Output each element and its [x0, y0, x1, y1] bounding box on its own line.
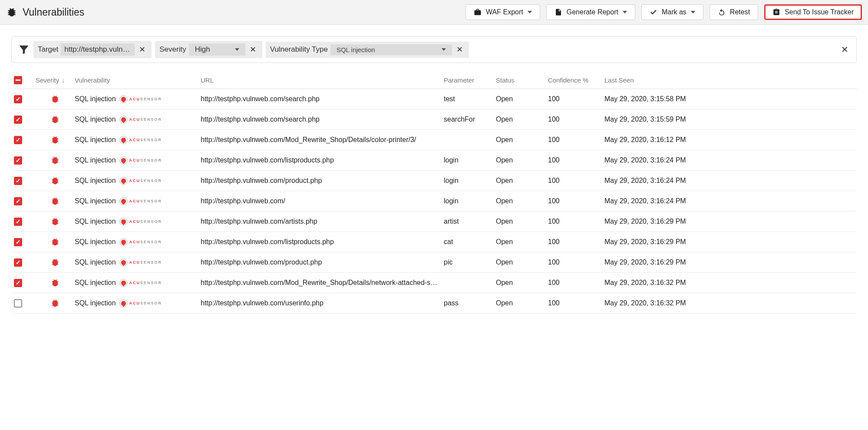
- url-cell: http://testphp.vulnweb.com/listproducts.…: [201, 238, 444, 246]
- row-checkbox[interactable]: [14, 197, 22, 205]
- status-cell: Open: [496, 156, 548, 164]
- document-icon: [554, 8, 562, 16]
- mark-as-button[interactable]: Mark as: [641, 4, 703, 20]
- confidence-cell: 100: [548, 136, 604, 144]
- severity-icon: [36, 217, 75, 226]
- vulnerability-table: Severity ↓ Vulnerability URL Parameter S…: [11, 69, 857, 314]
- table-row[interactable]: SQL injectionACUSENSORhttp://testphp.vul…: [11, 109, 857, 130]
- acusensor-badge: ACUSENSOR: [119, 279, 162, 287]
- col-severity-label: Severity: [36, 76, 59, 84]
- parameter-cell: cat: [444, 238, 496, 246]
- status-cell: Open: [496, 238, 548, 246]
- filter-severity-clear[interactable]: ✕: [248, 45, 258, 54]
- table-row[interactable]: SQL injectionACUSENSORhttp://testphp.vul…: [11, 171, 857, 191]
- filter-target-clear[interactable]: ✕: [137, 45, 147, 54]
- filter-vulntype-value[interactable]: SQL injection: [330, 44, 452, 55]
- select-all-checkbox[interactable]: [14, 76, 22, 84]
- severity-icon: [36, 278, 75, 288]
- status-cell: Open: [496, 177, 548, 185]
- caret-down-icon: [528, 11, 532, 13]
- acusensor-icon: [119, 116, 128, 124]
- vulnerability-name: SQL injection: [75, 156, 116, 164]
- acusensor-icon: [119, 238, 128, 246]
- row-checkbox[interactable]: [14, 299, 22, 308]
- filter-target-value[interactable]: http://testphp.vulnwel: [61, 43, 135, 56]
- severity-icon: [36, 237, 75, 247]
- filter-vulntype-clear[interactable]: ✕: [455, 45, 465, 54]
- table-row[interactable]: SQL injectionACUSENSORhttp://testphp.vul…: [11, 130, 857, 150]
- acusensor-icon: [119, 299, 128, 308]
- col-vulnerability[interactable]: Vulnerability: [75, 76, 201, 84]
- filter-icon[interactable]: [18, 43, 30, 56]
- filter-chip-vulntype[interactable]: Vulnerability Type SQL injection ✕: [266, 42, 469, 58]
- row-checkbox[interactable]: [14, 156, 22, 165]
- row-checkbox[interactable]: [14, 258, 22, 267]
- col-parameter[interactable]: Parameter: [444, 76, 496, 84]
- parameter-cell: pic: [444, 258, 496, 266]
- generate-report-button[interactable]: Generate Report: [546, 4, 635, 20]
- parameter-cell: login: [444, 177, 496, 185]
- acusensor-icon: [119, 136, 128, 144]
- url-cell: http://testphp.vulnweb.com/search.php: [201, 116, 444, 123]
- last-seen-cell: May 29, 2020, 3:16:29 PM: [604, 258, 857, 266]
- row-checkbox[interactable]: [14, 218, 22, 226]
- parameter-cell: searchFor: [444, 116, 496, 123]
- url-cell: http://testphp.vulnweb.com/artists.php: [201, 218, 444, 225]
- col-url[interactable]: URL: [201, 76, 444, 84]
- last-seen-cell: May 29, 2020, 3:16:32 PM: [604, 279, 857, 287]
- filter-chip-severity[interactable]: Severity High ✕: [155, 41, 262, 58]
- row-checkbox[interactable]: [14, 279, 22, 287]
- col-confidence[interactable]: Confidence %: [548, 76, 604, 84]
- row-checkbox[interactable]: [14, 238, 22, 246]
- acusensor-badge: ACUSENSOR: [119, 136, 162, 144]
- table-row[interactable]: SQL injectionACUSENSORhttp://testphp.vul…: [11, 150, 857, 171]
- page-title: Vulnerabilities: [23, 7, 84, 18]
- check-icon: [650, 8, 657, 16]
- mark-as-label: Mark as: [662, 8, 686, 16]
- clear-all-filters[interactable]: ✕: [839, 44, 850, 55]
- row-checkbox[interactable]: [14, 116, 22, 124]
- table-row[interactable]: SQL injectionACUSENSORhttp://testphp.vul…: [11, 89, 857, 109]
- acusensor-icon: [119, 218, 128, 226]
- severity-icon: [36, 155, 75, 165]
- filter-target-label: Target: [38, 45, 58, 54]
- url-cell: http://testphp.vulnweb.com/listproducts.…: [201, 156, 444, 164]
- filter-severity-value[interactable]: High: [189, 43, 245, 56]
- retest-button[interactable]: Retest: [710, 4, 758, 20]
- col-severity[interactable]: Severity ↓: [36, 76, 75, 84]
- filter-chip-target[interactable]: Target http://testphp.vulnwel ✕: [33, 41, 152, 58]
- vulnerability-name: SQL injection: [75, 136, 116, 144]
- last-seen-cell: May 29, 2020, 3:16:24 PM: [604, 197, 857, 205]
- url-cell: http://testphp.vulnweb.com/Mod_Rewrite_S…: [201, 136, 444, 144]
- table-row[interactable]: SQL injectionACUSENSORhttp://testphp.vul…: [11, 293, 857, 314]
- table-row[interactable]: SQL injectionACUSENSORhttp://testphp.vul…: [11, 232, 857, 252]
- parameter-cell: artist: [444, 218, 496, 225]
- row-checkbox[interactable]: [14, 136, 22, 144]
- waf-export-button[interactable]: WAF Export: [465, 4, 540, 20]
- status-cell: Open: [496, 197, 548, 205]
- parameter-cell: login: [444, 197, 496, 205]
- acusensor-badge: ACUSENSOR: [119, 218, 162, 226]
- status-cell: Open: [496, 279, 548, 287]
- row-checkbox[interactable]: [14, 177, 22, 185]
- table-row[interactable]: SQL injectionACUSENSORhttp://testphp.vul…: [11, 191, 857, 212]
- col-last-seen[interactable]: Last Seen: [604, 76, 857, 84]
- last-seen-cell: May 29, 2020, 3:16:29 PM: [604, 238, 857, 246]
- url-cell: http://testphp.vulnweb.com/: [201, 197, 444, 205]
- send-to-issue-tracker-button[interactable]: Send To Issue Tracker: [764, 4, 862, 20]
- vulnerability-name: SQL injection: [75, 95, 116, 103]
- table-row[interactable]: SQL injectionACUSENSORhttp://testphp.vul…: [11, 252, 857, 273]
- url-cell: http://testphp.vulnweb.com/product.php: [201, 177, 444, 185]
- table-row[interactable]: SQL injectionACUSENSORhttp://testphp.vul…: [11, 212, 857, 232]
- severity-icon: [36, 94, 75, 104]
- confidence-cell: 100: [548, 177, 604, 185]
- status-cell: Open: [496, 136, 548, 144]
- status-cell: Open: [496, 116, 548, 123]
- url-cell: http://testphp.vulnweb.com/search.php: [201, 95, 444, 103]
- col-status[interactable]: Status: [496, 76, 548, 84]
- briefcase-icon: [474, 8, 482, 16]
- retest-label: Retest: [730, 8, 750, 16]
- url-cell: http://testphp.vulnweb.com/userinfo.php: [201, 299, 444, 307]
- table-row[interactable]: SQL injectionACUSENSORhttp://testphp.vul…: [11, 273, 857, 293]
- row-checkbox[interactable]: [14, 95, 22, 103]
